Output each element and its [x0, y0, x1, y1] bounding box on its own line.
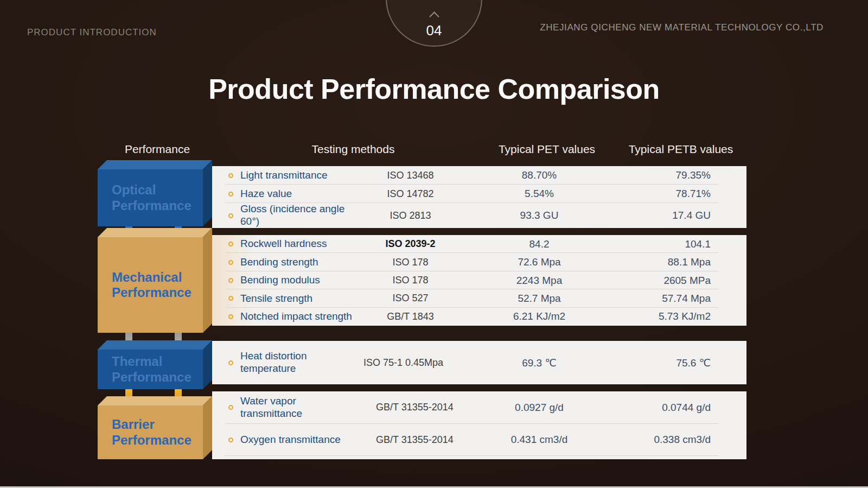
slide-eyebrow: PRODUCT INTRODUCTION [27, 27, 157, 38]
testing-method: ISO 527 [352, 293, 469, 304]
petb-value: 75.6 ℃ [610, 357, 746, 369]
slide: PRODUCT INTRODUCTION ZHEJIANG QICHENG NE… [0, 0, 868, 488]
testing-method: ISO 178 [352, 275, 469, 286]
circle-bullet-icon [228, 173, 233, 178]
petb-value: 17.4 GU [610, 210, 746, 221]
circle-bullet-icon [228, 213, 233, 218]
page-number-circle: 04 [386, 0, 482, 47]
box-top-face [98, 340, 212, 350]
column-header-pet-values: Typical PET values [499, 143, 595, 156]
pet-value: 0.0927 g/d [469, 402, 610, 414]
table-row: Light transmittance ISO 13468 88.70% 79.… [212, 166, 746, 185]
pet-value: 2243 Mpa [469, 275, 610, 287]
company-name: ZHEJIANG QICHENG NEW MATERIAL TECHNOLOGY… [540, 22, 824, 33]
pet-value: 52.7 Mpa [469, 293, 610, 305]
pet-value: 72.6 Mpa [469, 256, 610, 268]
petb-value: 57.74 Mpa [610, 293, 746, 305]
table-row: Bending modulus ISO 178 2243 Mpa 2605 MP… [212, 271, 746, 289]
category-label: Barrier Performance [112, 417, 203, 448]
property-label: Gloss (incidence angle 60°) [240, 203, 352, 228]
pet-value: 0.431 cm3/d [469, 434, 610, 446]
circle-bullet-icon [228, 360, 233, 365]
property-label: Rockwell hardness [240, 238, 352, 250]
circle-bullet-icon [228, 405, 233, 410]
circle-bullet-icon [228, 438, 233, 442]
testing-method: ISO 178 [352, 257, 469, 268]
chevron-up-icon [429, 11, 439, 21]
category-label: Optical Performance [112, 182, 203, 213]
pet-value: 93.3 GU [469, 210, 610, 221]
box-side-face [203, 396, 212, 459]
circle-bullet-icon [228, 278, 233, 283]
testing-method: ISO 13468 [352, 170, 469, 181]
property-label: Heat distortion temperature [240, 350, 338, 375]
circle-bullet-icon [228, 314, 233, 319]
property-label: Oxygen transmittance [240, 434, 361, 446]
barrier-performance-box: Barrier Performance [98, 396, 212, 459]
property-label: Bending strength [240, 256, 352, 269]
pet-value: 6.21 KJ/m2 [469, 310, 610, 322]
testing-method: ISO 2039-2 [352, 238, 469, 250]
petb-value: 104.1 [610, 238, 746, 250]
testing-method: ISO 2813 [352, 210, 469, 221]
box-top-face [98, 396, 212, 405]
table-row: Tensile strength ISO 527 52.7 Mpa 57.74 … [212, 289, 746, 307]
mechanical-performance-box: Mechanical Performance [98, 228, 212, 333]
column-header-testing-methods: Testing methods [312, 143, 395, 156]
petb-value: 0.338 cm3/d [610, 434, 746, 446]
category-label: Mechanical Performance [112, 270, 203, 301]
property-label: Haze value [240, 188, 352, 200]
box-top-face [98, 228, 212, 237]
category-label: Thermal Performance [112, 354, 203, 385]
petb-value: 5.73 KJ/m2 [610, 310, 746, 322]
column-header-petb-values: Typical PETB values [629, 143, 733, 156]
table-row: Water vapor transmittance GB/T 31355-201… [212, 391, 746, 424]
box-top-face [98, 160, 212, 169]
pet-value: 88.70% [469, 169, 610, 181]
circle-bullet-icon [228, 192, 233, 197]
petb-value: 78.71% [610, 188, 746, 200]
table-row: Bending strength ISO 178 72.6 Mpa 88.1 M… [212, 253, 746, 271]
testing-method: ISO 14782 [352, 188, 469, 200]
testing-method: GB/T 31355-2014 [361, 402, 469, 413]
pet-value: 84.2 [469, 238, 610, 250]
table-row: Gloss (incidence angle 60°) ISO 2813 93.… [212, 203, 746, 228]
table-row: Notched impact strength GB/T 1843 6.21 K… [212, 308, 746, 326]
box-front-face: Thermal Performance [98, 350, 203, 389]
circle-bullet-icon [228, 260, 233, 265]
column-header-performance: Performance [125, 143, 190, 156]
box-front-face: Optical Performance [98, 169, 203, 226]
barrier-section-panel: Water vapor transmittance GB/T 31355-201… [212, 391, 746, 459]
property-label: Bending modulus [240, 274, 352, 287]
box-front-face: Barrier Performance [98, 405, 203, 459]
table-row: Rockwell hardness ISO 2039-2 84.2 104.1 [212, 235, 746, 253]
pet-value: 5.54% [469, 188, 610, 200]
table-row: Oxygen transmittance GB/T 31355-2014 0.4… [212, 424, 746, 457]
property-label: Water vapor transmittance [240, 395, 361, 420]
testing-method: GB/T 31355-2014 [361, 434, 469, 446]
box-side-face [203, 160, 212, 226]
thermal-section-panel: Heat distortion temperature ISO 75-1 0.4… [212, 341, 746, 384]
property-label: Tensile strength [240, 293, 352, 305]
page-number: 04 [426, 22, 442, 39]
page-title: Product Performance Comparison [0, 73, 868, 105]
optical-performance-box: Optical Performance [98, 160, 212, 226]
petb-value: 0.0744 g/d [610, 402, 746, 414]
pet-value: 69.3 ℃ [469, 357, 610, 369]
box-front-face: Mechanical Performance [98, 237, 203, 333]
petb-value: 2605 MPa [610, 275, 746, 287]
testing-method: GB/T 1843 [352, 311, 469, 322]
circle-bullet-icon [228, 242, 233, 246]
property-label: Light transmittance [240, 169, 352, 182]
optical-section-panel: Light transmittance ISO 13468 88.70% 79.… [212, 166, 746, 228]
table-row: Haze value ISO 14782 5.54% 78.71% [212, 185, 746, 203]
mechanical-section-panel: Rockwell hardness ISO 2039-2 84.2 104.1 … [212, 235, 746, 326]
testing-method: ISO 75-1 0.45Mpa [338, 357, 469, 369]
property-label: Notched impact strength [240, 310, 352, 323]
petb-value: 79.35% [610, 169, 746, 181]
thermal-performance-box: Thermal Performance [98, 340, 212, 389]
table-row: Heat distortion temperature ISO 75-1 0.4… [212, 341, 746, 384]
box-side-face [203, 228, 212, 333]
circle-bullet-icon [228, 296, 233, 301]
petb-value: 88.1 Mpa [610, 256, 746, 268]
